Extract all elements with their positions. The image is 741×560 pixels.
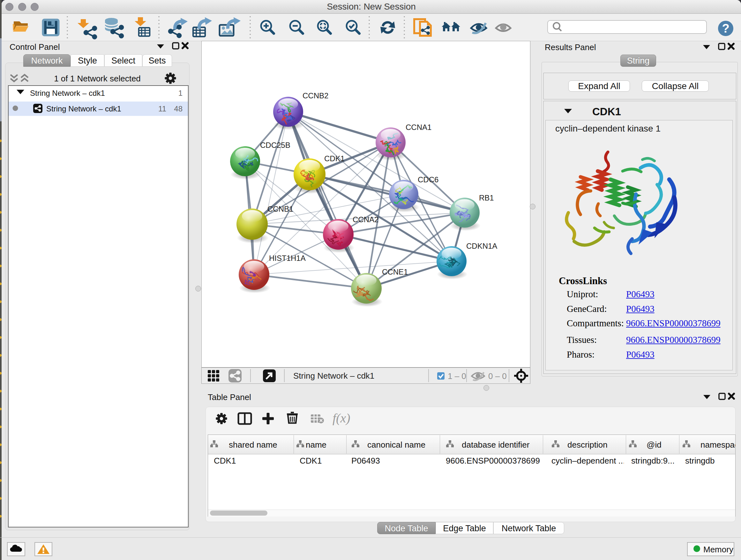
svg-text:CDC25B: CDC25B (260, 141, 290, 149)
svg-text:RB1: RB1 (479, 193, 494, 202)
svg-text:CCNE1: CCNE1 (382, 267, 408, 276)
svg-text:f(x): f(x) (333, 411, 350, 425)
svg-text:HIST1H1A: HIST1H1A (269, 254, 306, 262)
svg-text:?: ? (722, 22, 729, 35)
svg-text:CDC6: CDC6 (418, 175, 439, 184)
svg-text:CCNA2: CCNA2 (353, 215, 379, 224)
svg-text:CDKN1A: CDKN1A (466, 242, 497, 250)
svg-text:CDK1: CDK1 (324, 154, 345, 163)
svg-text:CCNB2: CCNB2 (302, 91, 328, 100)
svg-text:CCNA1: CCNA1 (406, 123, 431, 132)
svg-text:CCNB1: CCNB1 (267, 205, 293, 213)
